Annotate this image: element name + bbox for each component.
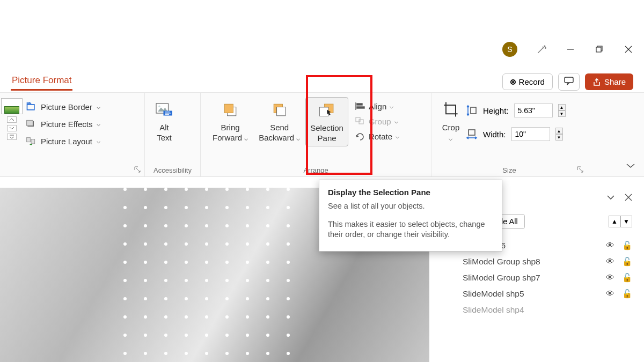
selection-pane-l1: Selection <box>310 123 343 132</box>
pane-close-icon[interactable] <box>625 194 632 201</box>
bring-forward-button[interactable]: BringForward ⌵ <box>207 98 253 143</box>
picture-styles-gallery[interactable] <box>1 98 23 140</box>
tab-picture-format[interactable]: Picture Format <box>11 73 72 91</box>
close-icon[interactable] <box>624 45 633 54</box>
record-icon <box>510 79 516 85</box>
svg-point-16 <box>158 106 160 107</box>
list-item[interactable]: SliModel Group shp7 👁🔓 <box>463 273 632 283</box>
record-button[interactable]: Record <box>502 73 553 90</box>
pane-collapse-icon[interactable] <box>606 194 615 201</box>
width-label: Width: <box>483 130 506 139</box>
group-accessibility: AltText Accessibility <box>145 93 201 176</box>
group-label-size: Size <box>431 166 587 174</box>
selection-pane-l2: Pane <box>318 134 336 143</box>
group-size: Crop⌵ Height: ▲▼ Width: ▲▼ Size <box>431 93 587 176</box>
send-backward-button[interactable]: SendBackward ⌵ <box>253 98 305 143</box>
bring-forward-l2: Forward <box>213 133 242 142</box>
list-item[interactable]: SlideModel shp4 <box>463 305 632 315</box>
picture-layout-button[interactable]: Picture Layout ⌵ <box>26 136 100 146</box>
svg-rect-7 <box>565 77 573 83</box>
alt-text-button[interactable]: AltText <box>149 98 179 143</box>
width-row: Width: ▲▼ <box>466 127 566 141</box>
restore-icon[interactable] <box>595 45 604 54</box>
rotate-button[interactable]: Rotate ⌵ <box>355 131 399 141</box>
bring-forward-l1: Bring <box>221 123 240 132</box>
reorder-buttons: ▲ ▼ <box>609 216 632 227</box>
crop-button[interactable]: Crop⌵ <box>436 98 466 143</box>
group-arrange: BringForward ⌵ SendBackward ⌵ SelectionP… <box>201 93 431 176</box>
move-up-icon[interactable]: ▲ <box>609 216 620 227</box>
decorative-dot-grid <box>123 188 311 362</box>
arrange-mini-column: Align ⌵ Group ⌵ Rotate ⌵ <box>355 98 399 141</box>
width-input[interactable] <box>511 127 550 141</box>
svg-rect-13 <box>31 139 35 144</box>
svg-rect-35 <box>469 130 475 135</box>
object-label: SliModel Group shp7 <box>463 273 540 283</box>
height-icon <box>466 105 478 116</box>
svg-rect-22 <box>224 104 233 113</box>
record-label: Record <box>519 77 545 86</box>
height-input[interactable] <box>514 104 553 117</box>
picture-style-preview[interactable] <box>1 98 23 114</box>
dialog-launcher-icon[interactable] <box>576 166 584 173</box>
selection-pane-tooltip: Display the Selection Pane See a list of… <box>319 180 502 252</box>
gallery-more-icon[interactable] <box>7 134 17 140</box>
list-item[interactable]: SlideModel shp5 👁🔓 <box>463 289 632 299</box>
svg-rect-24 <box>276 107 285 116</box>
rotate-label: Rotate <box>369 132 392 141</box>
svg-rect-33 <box>471 107 476 114</box>
width-icon <box>466 128 478 140</box>
gallery-up-icon[interactable] <box>7 116 17 123</box>
group-picture-styles: Picture Border ⌵ Picture Effects ⌵ Pictu… <box>0 93 145 176</box>
selection-object-list: Model shp6 👁🔓 SliModel Group shp8 👁🔓 Sli… <box>463 241 632 315</box>
height-spinner[interactable]: ▲▼ <box>558 104 566 117</box>
tooltip-title: Display the Selection Pane <box>328 188 493 197</box>
dialog-launcher-icon[interactable] <box>134 166 141 173</box>
crop-label: Crop <box>442 123 460 132</box>
size-fields: Height: ▲▼ Width: ▲▼ <box>466 98 566 141</box>
picture-effects-button[interactable]: Picture Effects ⌵ <box>26 119 100 129</box>
tooltip-line1: See a list of all your objects. <box>328 201 493 212</box>
gallery-down-icon[interactable] <box>7 125 17 131</box>
object-label: SliModel Group shp8 <box>463 257 540 267</box>
align-button[interactable]: Align ⌵ <box>355 101 399 111</box>
lock-icon[interactable]: 🔓 <box>622 257 632 267</box>
chevron-down-icon: ⌵ <box>97 120 100 128</box>
lock-icon[interactable]: 🔓 <box>622 289 632 299</box>
ribbon-collapse-icon[interactable] <box>626 161 635 171</box>
user-avatar[interactable]: S <box>502 42 517 57</box>
width-spinner[interactable]: ▲▼ <box>555 128 563 141</box>
window-controls: S <box>502 42 633 57</box>
alt-text-label-1: Alt <box>159 123 169 132</box>
lock-icon[interactable]: 🔓 <box>622 273 632 283</box>
comments-button[interactable] <box>558 73 580 91</box>
selection-pane-button[interactable]: SelectionPane <box>305 97 348 146</box>
svg-rect-4 <box>596 47 601 52</box>
list-item[interactable]: SliModel Group shp8 👁🔓 <box>463 257 632 267</box>
eye-icon[interactable]: 👁 <box>606 241 614 250</box>
send-backward-l2: Backward <box>259 133 294 142</box>
svg-point-1 <box>545 48 546 49</box>
chevron-down-icon: ⌵ <box>97 103 100 110</box>
share-button[interactable]: Share <box>585 73 633 90</box>
eye-icon[interactable]: 👁 <box>606 257 614 267</box>
group-button: Group ⌵ <box>355 116 399 126</box>
svg-rect-29 <box>357 107 364 108</box>
group-label-arrange: Arrange <box>201 166 431 174</box>
ribbon-tabline: Picture Format Record Share <box>11 73 633 91</box>
height-row: Height: ▲▼ <box>466 104 566 117</box>
height-label: Height: <box>483 106 509 115</box>
ribbon: Picture Border ⌵ Picture Effects ⌵ Pictu… <box>0 92 644 177</box>
coming-soon-icon[interactable] <box>537 45 546 54</box>
eye-icon[interactable]: 👁 <box>606 289 614 299</box>
minimize-icon[interactable] <box>566 45 575 54</box>
eye-icon[interactable]: 👁 <box>606 273 614 283</box>
chevron-down-icon: ⌵ <box>97 137 100 145</box>
picture-border-button[interactable]: Picture Border ⌵ <box>26 101 100 112</box>
move-down-icon[interactable]: ▼ <box>620 216 632 227</box>
group-label-text: Group <box>369 117 391 126</box>
send-backward-l1: Send <box>270 123 289 132</box>
lock-icon[interactable]: 🔓 <box>622 241 632 250</box>
svg-point-0 <box>544 46 545 47</box>
picture-options-column: Picture Border ⌵ Picture Effects ⌵ Pictu… <box>26 98 100 146</box>
